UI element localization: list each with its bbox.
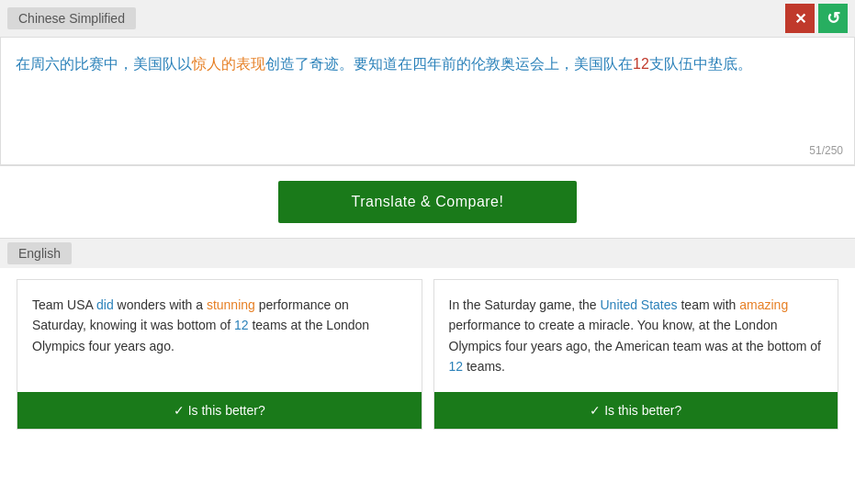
card-2-body: In the Saturday game, the United States … (434, 280, 838, 392)
card2-part-7: teams. (463, 359, 505, 374)
source-text-part-3: 创造了奇迹。要知道在四年前的伦敦奥运会上，美国队在 (265, 56, 633, 72)
card-2-footer[interactable]: ✓ Is this better? (434, 392, 838, 429)
cards-section: Team USA did wonders with a stunning per… (0, 268, 855, 441)
source-text-part-5: 支队伍中垫底。 (649, 56, 752, 72)
source-actions: ✕ ↺ (785, 4, 848, 33)
card2-part-6: 12 (449, 359, 464, 374)
source-section: Chinese Simplified ✕ ↺ 在周六的比赛中，美国队以惊人的表现… (0, 0, 855, 166)
output-language-label: English (7, 242, 72, 264)
card-2-text: In the Saturday game, the United States … (449, 295, 824, 377)
source-text-part-1: 在周六的比赛中，美国队以 (16, 56, 192, 72)
source-lang-bar: Chinese Simplified ✕ ↺ (0, 0, 855, 37)
source-text-content: 在周六的比赛中，美国队以惊人的表现创造了奇迹。要知道在四年前的伦敦奥运会上，美国… (16, 52, 839, 76)
translation-card-1: Team USA did wonders with a stunning per… (17, 279, 422, 430)
card1-part-1: Team USA (32, 297, 96, 312)
translate-section: Translate & Compare! (0, 166, 855, 238)
char-count: 51/250 (809, 144, 843, 157)
card2-part-3: team with (678, 297, 740, 312)
card1-part-4: stunning (207, 297, 255, 312)
card2-part-5: performance to create a miracle. You kno… (449, 318, 821, 353)
card1-part-2: did (96, 297, 114, 312)
output-lang-bar: English (0, 238, 855, 268)
card1-part-6: 12 (234, 318, 249, 332)
reset-button[interactable]: ↺ (818, 4, 848, 33)
card2-part-1: In the Saturday game, the (449, 297, 601, 312)
close-button[interactable]: ✕ (785, 4, 815, 33)
source-text-area[interactable]: 在周六的比赛中，美国队以惊人的表现创造了奇迹。要知道在四年前的伦敦奥运会上，美国… (0, 37, 855, 165)
card2-part-4: amazing (739, 297, 788, 312)
card-1-footer[interactable]: ✓ Is this better? (17, 392, 422, 429)
translation-card-2: In the Saturday game, the United States … (433, 279, 839, 430)
card2-part-2: United States (601, 297, 678, 312)
translate-button[interactable]: Translate & Compare! (278, 181, 578, 223)
card-1-body: Team USA did wonders with a stunning per… (17, 280, 422, 392)
source-text-part-4: 12 (633, 56, 649, 72)
source-text-part-2: 惊人的表现 (192, 56, 265, 72)
card1-part-3: wonders with a (114, 297, 207, 312)
card-1-text: Team USA did wonders with a stunning per… (32, 295, 407, 356)
source-language-label: Chinese Simplified (7, 7, 136, 29)
output-section: English Team USA did wonders with a stun… (0, 238, 855, 441)
